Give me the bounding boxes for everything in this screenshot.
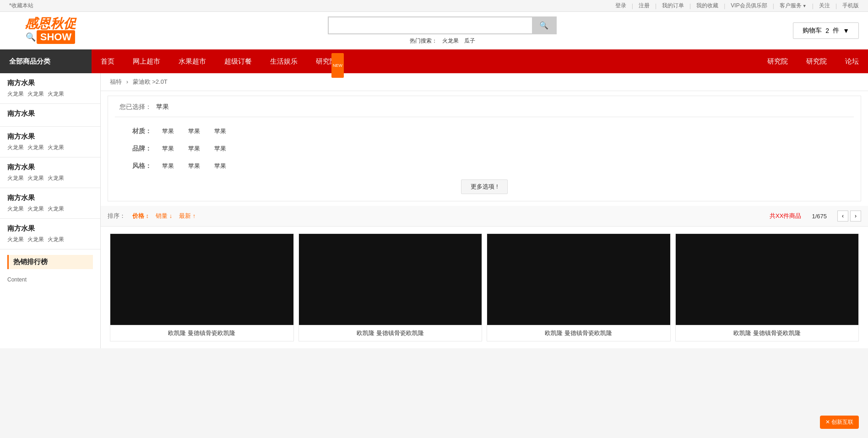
filter-selected-value: 苹果 bbox=[156, 103, 169, 111]
nav-item-research3[interactable]: 研究院 bbox=[797, 49, 836, 73]
filter-option-1-2[interactable]: 苹果 bbox=[211, 144, 230, 154]
page-total: 675 bbox=[817, 213, 827, 220]
sidebar-tag-2-2[interactable]: 火龙果 bbox=[48, 144, 64, 151]
product-card-1[interactable]: 欧凯隆 曼德镇骨瓷欧凯隆 bbox=[298, 233, 483, 341]
product-image-1 bbox=[299, 234, 482, 325]
nav-item-research2[interactable]: 研究院 bbox=[758, 49, 797, 73]
product-card-0[interactable]: 欧凯隆 曼德镇骨瓷欧凯隆 bbox=[110, 233, 294, 341]
cart-button[interactable]: 购物车 2 件 ▼ bbox=[793, 22, 859, 39]
vip-link[interactable]: VIP会员俱乐部 bbox=[731, 2, 767, 10]
filter-option-0-2[interactable]: 苹果 bbox=[211, 126, 230, 136]
cart-chevron-icon: ▼ bbox=[843, 27, 849, 34]
bookmark-link[interactable]: *收藏本站 bbox=[9, 2, 33, 10]
sort-newest[interactable]: 最新 ↑ bbox=[179, 212, 195, 220]
filter-row-1: 品牌： 苹果 苹果 苹果 bbox=[115, 140, 854, 157]
breadcrumb-item-0[interactable]: 福特 bbox=[110, 78, 122, 85]
search-box: 🔍 bbox=[328, 16, 557, 34]
filter-row-0: 材质： 苹果 苹果 苹果 bbox=[115, 123, 854, 140]
product-grid: 欧凯隆 曼德镇骨瓷欧凯隆 欧凯隆 曼德镇骨瓷欧凯隆 欧凯隆 曼德镇骨瓷欧凯隆 欧… bbox=[101, 227, 868, 348]
sidebar-tag-5-1[interactable]: 火龙果 bbox=[27, 236, 44, 243]
filter-option-2-2[interactable]: 苹果 bbox=[211, 161, 230, 171]
filter-options-1: 苹果 苹果 苹果 bbox=[158, 144, 230, 154]
hot-item-1[interactable]: 瓜子 bbox=[464, 38, 475, 44]
nav-item-fruit[interactable]: 水果超市 bbox=[169, 49, 215, 73]
product-img-placeholder-2 bbox=[487, 234, 670, 325]
nav-item-supermarket[interactable]: 网上超市 bbox=[124, 49, 169, 73]
sidebar-section-2: 南方水果 火龙果 火龙果 火龙果 bbox=[0, 127, 100, 157]
nav-item-research[interactable]: 研究院 bbox=[307, 49, 346, 73]
login-link[interactable]: 登录 bbox=[615, 2, 626, 10]
sidebar-title-0: 南方水果 bbox=[7, 79, 93, 87]
sidebar-tag-3-0[interactable]: 火龙果 bbox=[7, 174, 24, 182]
page-number: 1/675 bbox=[812, 213, 827, 220]
sidebar-tag-2-0[interactable]: 火龙果 bbox=[7, 144, 24, 151]
sidebar-tags-4: 火龙果 火龙果 火龙果 bbox=[7, 205, 93, 213]
nav-item-order[interactable]: 超级订餐 bbox=[215, 49, 261, 73]
sidebar-tag-4-1[interactable]: 火龙果 bbox=[27, 205, 44, 213]
sidebar-tag-0-1[interactable]: 火龙果 bbox=[27, 90, 44, 98]
page-prev-button[interactable]: ‹ bbox=[837, 211, 848, 222]
sidebar-title-3: 南方水果 bbox=[7, 163, 93, 172]
filter-row-2: 风格： 苹果 苹果 苹果 bbox=[115, 157, 854, 175]
product-img-placeholder-3 bbox=[676, 234, 859, 325]
logo: 感恩秋促 🔍 SHOW bbox=[9, 17, 92, 44]
nav-items: 首页 网上超市 水果超市 超级订餐 生活娱乐 研究院 研究院 研究院 论坛 bbox=[92, 49, 868, 73]
sidebar-tag-3-1[interactable]: 火龙果 bbox=[27, 174, 44, 182]
hot-item-0[interactable]: 火龙果 bbox=[442, 38, 459, 44]
sidebar-section-3: 南方水果 火龙果 火龙果 火龙果 bbox=[0, 157, 100, 188]
top-bar: *收藏本站 登录 | 注册 | 我的订单 | 我的收藏 | VIP会员俱乐部 |… bbox=[0, 0, 868, 12]
nav-item-home[interactable]: 首页 bbox=[92, 49, 124, 73]
page-next-button[interactable]: › bbox=[850, 211, 861, 222]
filter-option-1-1[interactable]: 苹果 bbox=[184, 144, 204, 154]
sidebar-tag-4-2[interactable]: 火龙果 bbox=[48, 205, 64, 213]
sort-label: 排序： bbox=[108, 212, 125, 220]
search-input[interactable] bbox=[329, 17, 532, 33]
nav-item-forum[interactable]: 论坛 bbox=[836, 49, 868, 73]
search-button[interactable]: 🔍 bbox=[532, 17, 556, 33]
filter-options-0: 苹果 苹果 苹果 bbox=[158, 126, 230, 136]
nav-category-all[interactable]: 全部商品分类 bbox=[0, 49, 92, 73]
more-options-icon: ! bbox=[496, 183, 498, 190]
mobile-link[interactable]: 手机版 bbox=[842, 2, 859, 10]
sidebar-tag-0-2[interactable]: 火龙果 bbox=[48, 90, 64, 98]
logo-text-top: 感恩秋促 bbox=[25, 17, 76, 30]
sidebar-tag-3-2[interactable]: 火龙果 bbox=[48, 174, 64, 182]
breadcrumb-item-1[interactable]: 蒙迪欧 >2.0T bbox=[133, 78, 168, 85]
header: 感恩秋促 🔍 SHOW 🔍 热门搜索： 火龙果 瓜子 购物车 2 件 ▼ bbox=[0, 12, 868, 49]
page-current: 1 bbox=[812, 213, 815, 220]
filter-key-1: 品牌： bbox=[115, 145, 152, 153]
product-name-0: 欧凯隆 曼德镇骨瓷欧凯隆 bbox=[110, 325, 293, 341]
filter-option-2-0[interactable]: 苹果 bbox=[158, 161, 178, 171]
filter-option-0-0[interactable]: 苹果 bbox=[158, 126, 178, 136]
sort-sales[interactable]: 销量 ↓ bbox=[156, 212, 172, 220]
filter-option-0-1[interactable]: 苹果 bbox=[184, 126, 204, 136]
cart-count: 2 bbox=[825, 27, 829, 34]
follow-link[interactable]: 关注 bbox=[819, 2, 830, 10]
my-collect-link[interactable]: 我的收藏 bbox=[696, 2, 718, 10]
more-options-button[interactable]: 更多选项 ! bbox=[461, 179, 507, 194]
my-orders-link[interactable]: 我的订单 bbox=[662, 2, 684, 10]
sidebar-tag-5-0[interactable]: 火龙果 bbox=[7, 236, 24, 243]
register-link[interactable]: 注册 bbox=[639, 2, 650, 10]
customer-service-link[interactable]: 客户服务 bbox=[780, 2, 807, 10]
sidebar-section-0: 南方水果 火龙果 火龙果 火龙果 bbox=[0, 73, 100, 104]
logo-wrapper: 感恩秋促 bbox=[25, 17, 76, 30]
sidebar-tag-0-0[interactable]: 火龙果 bbox=[7, 90, 24, 98]
navigation: 全部商品分类 首页 网上超市 水果超市 超级订餐 生活娱乐 研究院 研究院 研究… bbox=[0, 49, 868, 73]
product-card-3[interactable]: 欧凯隆 曼德镇骨瓷欧凯隆 bbox=[675, 233, 859, 341]
main-layout: 南方水果 火龙果 火龙果 火龙果 南方水果 南方水果 火龙果 火龙果 火龙果 南… bbox=[0, 73, 868, 348]
filter-option-2-1[interactable]: 苹果 bbox=[184, 161, 204, 171]
sidebar: 南方水果 火龙果 火龙果 火龙果 南方水果 南方水果 火龙果 火龙果 火龙果 南… bbox=[0, 73, 101, 348]
filter-option-1-0[interactable]: 苹果 bbox=[158, 144, 178, 154]
more-options-label: 更多选项 bbox=[471, 183, 494, 190]
sidebar-tag-4-0[interactable]: 火龙果 bbox=[7, 205, 24, 213]
sidebar-title-2: 南方水果 bbox=[7, 132, 93, 141]
product-card-2[interactable]: 欧凯隆 曼德镇骨瓷欧凯隆 bbox=[487, 233, 671, 341]
sort-price[interactable]: 价格 ↕ bbox=[132, 212, 149, 220]
content-area: 福特 › 蒙迪欧 >2.0T 您已选择： 苹果 材质： 苹果 苹果 苹果 品牌： bbox=[101, 73, 868, 348]
sidebar-tag-5-2[interactable]: 火龙果 bbox=[48, 236, 64, 243]
sidebar-tag-2-1[interactable]: 火龙果 bbox=[27, 144, 44, 151]
nav-item-entertainment[interactable]: 生活娱乐 bbox=[261, 49, 307, 73]
total-label: 共XX件商品 bbox=[770, 212, 801, 219]
nav-spacer bbox=[346, 49, 758, 73]
